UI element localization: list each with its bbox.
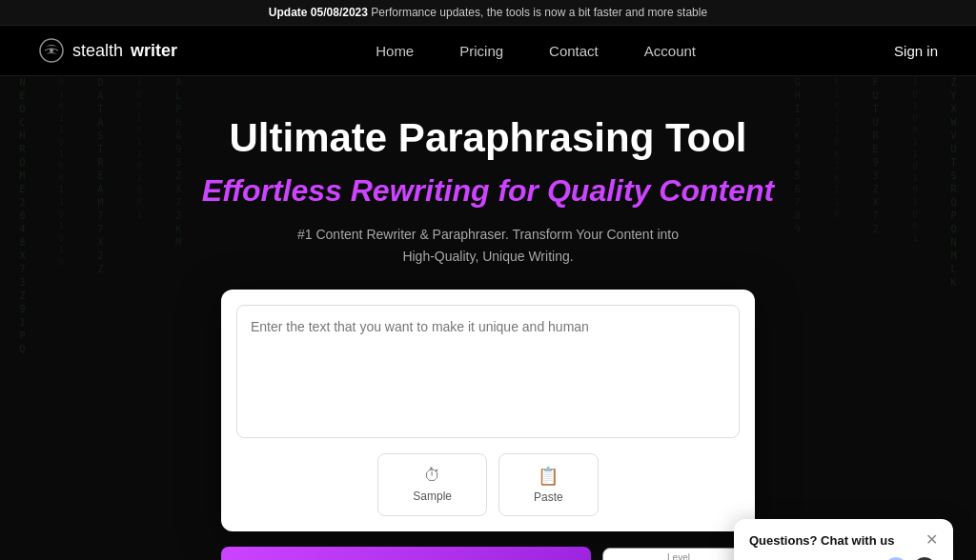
- level-label: Level: [615, 552, 742, 560]
- navbar: stealthwriter Home Pricing Contact Accou…: [0, 26, 976, 76]
- nav-contact[interactable]: Contact: [549, 43, 599, 59]
- nav-links: Home Pricing Contact Account: [376, 43, 696, 59]
- chat-widget-header: Questions? Chat with us ✕: [749, 532, 938, 548]
- hero-description: #1 Content Rewriter & Paraphraser. Trans…: [19, 224, 957, 267]
- hero-subtitle: Effortless Rewriting for Quality Content: [19, 173, 957, 209]
- chat-close-button[interactable]: ✕: [925, 532, 938, 548]
- nav-pricing[interactable]: Pricing: [459, 43, 503, 59]
- logo-writer: writer: [131, 41, 177, 61]
- hero-section: NEOCHROME2048X73Z91PQ 0101101001101010 D…: [0, 76, 976, 560]
- action-row: ✦ Humanize Level Basic Medium Advanced ▾: [221, 547, 755, 560]
- nav-account[interactable]: Account: [644, 43, 696, 59]
- hero-content: Ultimate Paraphrasing Tool Effortless Re…: [19, 114, 957, 560]
- paste-icon: 📋: [538, 466, 559, 487]
- humanize-button[interactable]: ✦ Humanize: [221, 547, 591, 560]
- announcement-bar: Update 05/08/2023 Performance updates, t…: [0, 0, 976, 26]
- announcement-date: Update 05/08/2023: [269, 6, 368, 19]
- signin-button[interactable]: Sign in: [894, 43, 938, 59]
- level-selector[interactable]: Level Basic Medium Advanced ▾: [602, 548, 755, 560]
- logo-icon: [38, 37, 65, 64]
- paste-label: Paste: [534, 490, 563, 504]
- text-input[interactable]: [236, 305, 740, 438]
- sample-button[interactable]: ⏱ Sample: [377, 453, 487, 516]
- svg-point-1: [50, 49, 53, 52]
- hero-title: Ultimate Paraphrasing Tool: [19, 114, 957, 162]
- nav-home[interactable]: Home: [376, 43, 414, 59]
- tool-action-buttons: ⏱ Sample 📋 Paste: [236, 453, 740, 516]
- announcement-message: Performance updates, the tools is now a …: [371, 6, 707, 19]
- chat-avatar-1: 😊: [883, 555, 909, 560]
- sample-label: Sample: [413, 490, 452, 503]
- logo-stealth: stealth: [72, 41, 123, 61]
- hero-desc-line1: #1 Content Rewriter & Paraphraser. Trans…: [297, 227, 679, 242]
- chat-avatars: 😊 SW: [883, 555, 938, 560]
- sample-icon: ⏱: [424, 466, 441, 486]
- logo[interactable]: stealthwriter: [38, 37, 177, 64]
- paste-button[interactable]: 📋 Paste: [498, 453, 599, 516]
- chat-avatar-2: SW: [911, 555, 938, 560]
- chat-support-row: Support is away 😊 SW: [749, 555, 938, 560]
- hero-desc-line2: High-Quality, Unique Writing.: [402, 249, 573, 264]
- chat-widget-title: Questions? Chat with us: [749, 533, 894, 548]
- chat-widget: Questions? Chat with us ✕ Support is awa…: [734, 519, 953, 560]
- tool-card: ⏱ Sample 📋 Paste: [221, 290, 755, 531]
